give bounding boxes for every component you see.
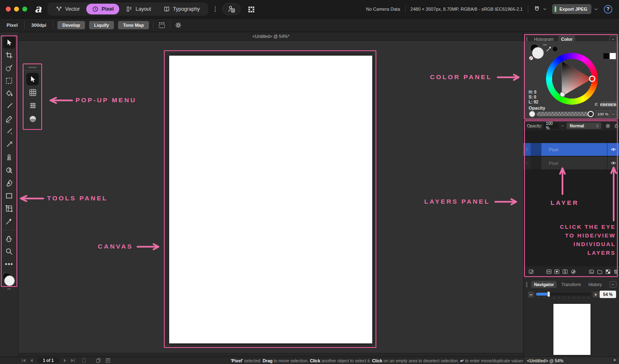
pixel-grid-toggle-icon[interactable] xyxy=(158,21,166,29)
colour-picker-tool[interactable] xyxy=(3,215,15,228)
pixel-tool[interactable] xyxy=(3,113,15,125)
zoom-slider-thumb[interactable] xyxy=(547,291,550,297)
zoom-percentage-field[interactable]: 54 % xyxy=(600,291,616,298)
zoom-out-button[interactable]: − xyxy=(528,291,534,298)
triangle-selector[interactable] xyxy=(560,92,565,97)
layer-effects-fx-icon[interactable] xyxy=(546,268,552,275)
opacity-slider[interactable] xyxy=(536,112,592,116)
layer-row[interactable]: Pixel xyxy=(523,157,619,169)
zoom-in-button[interactable]: + xyxy=(593,291,599,298)
lock-icon[interactable] xyxy=(614,123,619,129)
previous-page-icon[interactable] xyxy=(28,357,35,364)
rectangle-tool[interactable] xyxy=(3,190,15,202)
develop-button[interactable]: Develop xyxy=(57,21,85,29)
foreground-colour-swatch[interactable] xyxy=(4,275,15,286)
layer-thumbnail[interactable] xyxy=(531,143,541,156)
persona-typography[interactable]: Typography xyxy=(158,4,206,14)
liquify-button[interactable]: Liquify xyxy=(89,21,114,29)
delete-layer-icon[interactable] xyxy=(613,268,619,275)
persona-pixel[interactable]: Pixel xyxy=(86,4,119,14)
flood-select-tool[interactable] xyxy=(3,87,15,100)
studio-presets-button[interactable] xyxy=(244,3,258,15)
eye-icon[interactable] xyxy=(610,160,617,166)
paint-brush-tool[interactable] xyxy=(3,100,15,113)
popup-liquify-tool[interactable] xyxy=(26,113,39,125)
popup-mesh-grid-tool[interactable] xyxy=(26,86,39,99)
export-options-chevron-icon[interactable] xyxy=(593,7,599,12)
adjustment-layer-icon[interactable] xyxy=(562,268,568,275)
first-page-icon[interactable] xyxy=(21,357,27,364)
opacity-slider-thumb[interactable] xyxy=(588,111,594,117)
duplicate-pages-icon[interactable] xyxy=(95,357,102,364)
mask-layer-icon[interactable] xyxy=(554,268,560,275)
eyedropper-sample-well[interactable] xyxy=(552,46,558,52)
document-tab[interactable]: <Untitled> @ 54%* xyxy=(19,32,523,41)
group-layers-icon[interactable] xyxy=(597,268,603,275)
next-page-icon[interactable] xyxy=(62,357,68,364)
help-button[interactable]: ? xyxy=(604,5,612,14)
layer-drag-grip[interactable] xyxy=(523,157,531,169)
place-image-icon[interactable] xyxy=(588,268,595,275)
pen-tool[interactable] xyxy=(3,177,15,189)
new-pixel-layer-icon[interactable] xyxy=(605,268,611,275)
opacity-dropdown-button[interactable] xyxy=(610,110,617,117)
canvas[interactable] xyxy=(169,56,372,343)
eye-icon[interactable] xyxy=(610,146,617,153)
close-window-button[interactable] xyxy=(6,7,11,12)
clone-stamp-tool[interactable] xyxy=(3,151,15,164)
edit-adjustment-icon[interactable] xyxy=(528,268,534,275)
navigator-thumbnail[interactable] xyxy=(553,304,591,355)
no-colour-icon[interactable] xyxy=(528,55,534,61)
layer-thumbnail[interactable] xyxy=(531,157,541,169)
colour-replacement-brush-tool[interactable] xyxy=(3,126,15,138)
export-jpeg-button[interactable]: Export JPEG xyxy=(552,4,591,14)
minimize-window-button[interactable] xyxy=(14,7,19,12)
crop-tool[interactable] xyxy=(3,49,15,61)
opacity-value-field[interactable]: 100 % xyxy=(595,110,610,117)
layer-row-selected[interactable]: Pixel xyxy=(523,143,619,156)
tab-navigator[interactable]: Navigator xyxy=(531,281,557,288)
colour-eyedropper-icon[interactable] xyxy=(546,45,553,52)
panel-grip[interactable] xyxy=(526,282,527,287)
blend-options-gear-icon[interactable] xyxy=(605,123,611,129)
saturation-lightness-triangle[interactable] xyxy=(546,53,598,105)
navigator-panel-menu-button[interactable] xyxy=(610,281,617,288)
layer-drag-grip[interactable] xyxy=(523,143,531,156)
mesh-warp-tool[interactable] xyxy=(3,202,15,215)
zoom-window-button[interactable] xyxy=(22,7,27,12)
settings-gear-icon[interactable] xyxy=(175,21,182,29)
page-list-icon[interactable] xyxy=(105,357,111,364)
popup-drag-handle[interactable] xyxy=(28,67,37,68)
dodge-brush-tool[interactable] xyxy=(3,164,15,176)
undo-brush-tool[interactable] xyxy=(3,139,15,151)
persona-vector[interactable]: Vector xyxy=(50,4,85,14)
layer-visibility-cell[interactable] xyxy=(607,143,619,156)
last-page-icon[interactable] xyxy=(70,357,76,364)
live-filter-icon[interactable] xyxy=(570,268,576,275)
tone-map-button[interactable]: Tone Map xyxy=(118,21,149,29)
move-tool[interactable] xyxy=(3,36,15,49)
colour-selector[interactable] xyxy=(2,272,16,287)
layer-name[interactable]: Pixel xyxy=(541,143,607,156)
horizontal-scrollbar[interactable] xyxy=(19,353,523,357)
tab-transform[interactable]: Transform xyxy=(558,281,584,288)
view-tool[interactable] xyxy=(3,232,15,245)
white-swatch[interactable] xyxy=(610,53,616,59)
marquee-select-tool[interactable] xyxy=(3,75,15,87)
assistant-button[interactable] xyxy=(222,3,241,15)
hex-value-field[interactable]: EBEBEB xyxy=(600,101,616,107)
blend-mode-dropdown[interactable]: Normal xyxy=(567,122,601,129)
swap-colours-icon[interactable] xyxy=(6,287,12,291)
black-swatch[interactable] xyxy=(603,53,610,59)
popup-move-tool[interactable] xyxy=(26,73,39,85)
layer-name[interactable]: Pixel xyxy=(541,157,607,169)
layers-opacity-field[interactable]: 100 % xyxy=(544,123,559,129)
snapping-button[interactable] xyxy=(533,5,547,13)
more-personas-icon[interactable]: ⋮ xyxy=(212,5,218,13)
persona-layout[interactable]: Layout xyxy=(120,4,157,14)
selection-brush-tool[interactable] xyxy=(3,62,15,74)
zoom-tool[interactable] xyxy=(3,245,15,258)
tab-history[interactable]: History xyxy=(586,281,605,288)
popup-perspective-tool[interactable] xyxy=(26,99,39,112)
more-tools-button[interactable]: ••• xyxy=(3,258,15,270)
